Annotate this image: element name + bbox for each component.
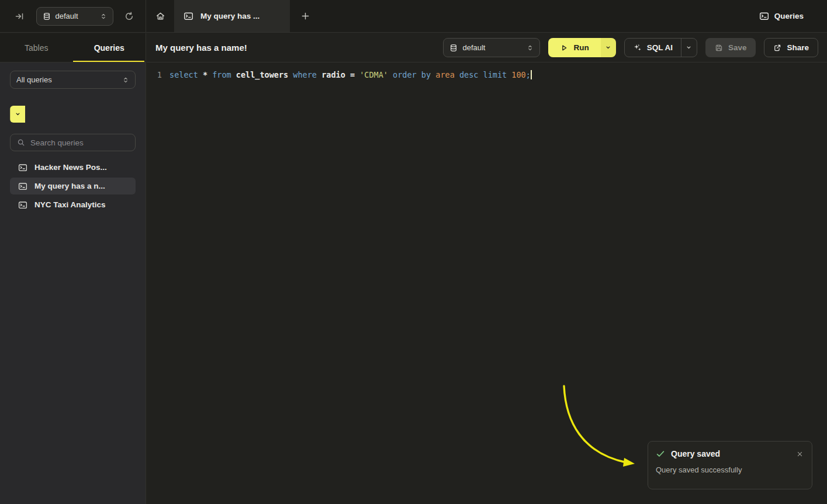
play-icon bbox=[560, 44, 568, 52]
refresh-icon bbox=[124, 12, 134, 21]
sql-ai-button[interactable]: SQL AI bbox=[625, 39, 681, 57]
updown-chevron-icon bbox=[100, 13, 107, 20]
search-queries-box bbox=[10, 134, 136, 151]
save-button[interactable]: Save bbox=[705, 38, 756, 57]
terminal-icon bbox=[18, 182, 27, 191]
terminal-icon bbox=[18, 163, 27, 172]
check-icon bbox=[656, 449, 665, 458]
sidebar: Tables Queries All queries New query bbox=[0, 33, 146, 504]
query-item-label: Hacker News Pos... bbox=[34, 163, 107, 172]
save-label: Save bbox=[728, 43, 747, 52]
search-queries-input[interactable] bbox=[30, 138, 134, 147]
query-list-item[interactable]: NYC Taxi Analytics bbox=[10, 196, 136, 213]
query-item-label: My query has a n... bbox=[34, 182, 105, 190]
database-icon bbox=[449, 44, 458, 52]
run-dropdown-button[interactable] bbox=[601, 38, 616, 57]
sql-ai-dropdown-button[interactable] bbox=[681, 39, 697, 57]
toast-title: Query saved bbox=[671, 449, 790, 458]
database-selector[interactable]: default bbox=[36, 7, 113, 26]
run-button[interactable]: Run bbox=[548, 38, 600, 57]
query-item-label: NYC Taxi Analytics bbox=[34, 200, 106, 209]
tab-my-query[interactable]: My query has ... bbox=[174, 0, 290, 32]
toast-header: Query saved bbox=[656, 449, 804, 458]
line-number: 1 bbox=[147, 69, 162, 81]
main-area: My query has a name! default bbox=[147, 33, 827, 504]
top-bar-left: default bbox=[0, 0, 146, 32]
home-button[interactable] bbox=[146, 0, 174, 32]
queries-filter-value: All queries bbox=[16, 75, 117, 84]
tab-tables[interactable]: Tables bbox=[0, 33, 73, 62]
chevron-down-icon bbox=[15, 111, 21, 117]
toolbar: default Run bbox=[443, 38, 818, 57]
top-bar: default My query has ... bbox=[0, 0, 827, 33]
terminal-icon bbox=[759, 11, 769, 21]
tab-strip: My query has ... bbox=[146, 0, 759, 32]
collapse-sidebar-icon bbox=[15, 12, 25, 21]
refresh-button[interactable] bbox=[122, 8, 138, 25]
sql-ai-split-button: SQL AI bbox=[624, 38, 697, 57]
close-icon bbox=[797, 451, 803, 457]
terminal-icon bbox=[18, 200, 27, 210]
new-query-dropdown-button[interactable] bbox=[10, 106, 25, 123]
run-split-button: Run bbox=[548, 38, 615, 57]
database-icon bbox=[43, 12, 51, 20]
share-label: Share bbox=[787, 43, 809, 52]
collapse-sidebar-button[interactable] bbox=[12, 8, 28, 25]
sql-code: select * from cell_towers where radio = … bbox=[169, 69, 531, 81]
query-list-item[interactable]: My query has a n... bbox=[10, 178, 136, 194]
terminal-icon bbox=[184, 11, 193, 21]
app-window: default My query has ... bbox=[0, 0, 827, 504]
sql-ai-label: SQL AI bbox=[647, 43, 673, 52]
updown-chevron-icon bbox=[527, 44, 534, 51]
toast-query-saved: Query saved Query saved successfully bbox=[648, 441, 812, 489]
sql-editor[interactable]: 1 select * from cell_towers where radio … bbox=[147, 62, 827, 81]
new-query-split-button: New query bbox=[10, 106, 136, 123]
query-list-item[interactable]: Hacker News Pos... bbox=[10, 159, 136, 176]
share-button[interactable]: Share bbox=[764, 38, 818, 57]
updown-chevron-icon bbox=[122, 77, 129, 84]
sidebar-body: All queries New query bbox=[0, 62, 146, 221]
sparkles-icon bbox=[633, 43, 642, 52]
save-icon bbox=[715, 44, 723, 52]
toast-message: Query saved successfully bbox=[656, 465, 804, 474]
page-title: My query has a name! bbox=[155, 43, 443, 53]
tab-queries[interactable]: Queries bbox=[73, 33, 146, 62]
home-icon bbox=[155, 11, 165, 21]
database-selector-value: default bbox=[462, 43, 522, 52]
search-icon bbox=[17, 138, 25, 147]
chevron-down-icon bbox=[686, 44, 692, 51]
sidebar-tabs: Tables Queries bbox=[0, 33, 146, 62]
share-icon bbox=[773, 44, 781, 52]
main-header: My query has a name! default bbox=[147, 33, 827, 62]
run-label: Run bbox=[573, 43, 589, 52]
queries-link[interactable]: Queries bbox=[759, 0, 827, 32]
tab-label: My query has ... bbox=[200, 12, 259, 20]
queries-filter-select[interactable]: All queries bbox=[10, 71, 136, 89]
query-list: Hacker News Pos... My query has a n... N… bbox=[10, 159, 136, 213]
database-selector-value: default bbox=[56, 12, 95, 20]
new-tab-button[interactable] bbox=[290, 0, 320, 32]
text-cursor bbox=[531, 70, 532, 79]
chevron-down-icon bbox=[605, 44, 611, 51]
plus-icon bbox=[301, 12, 310, 20]
database-selector[interactable]: default bbox=[443, 38, 540, 57]
toast-close-button[interactable] bbox=[795, 450, 804, 458]
queries-link-label: Queries bbox=[774, 12, 804, 20]
code-line: 1 select * from cell_towers where radio … bbox=[147, 69, 827, 81]
